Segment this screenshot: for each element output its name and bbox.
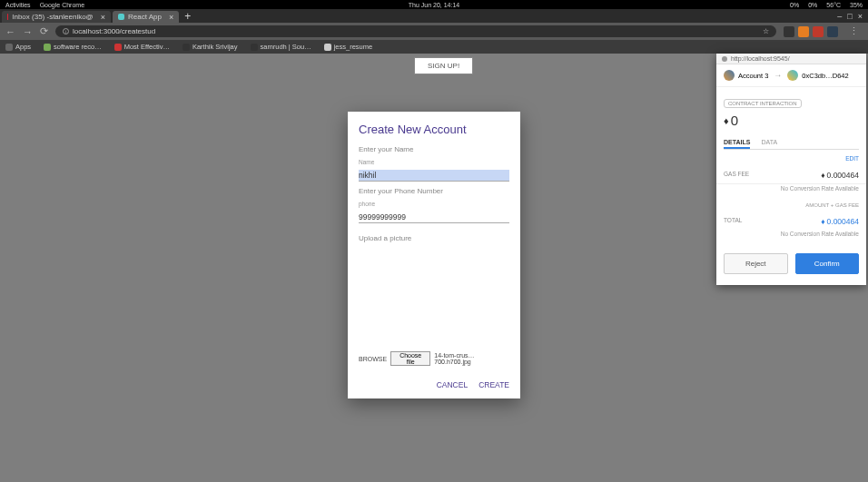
cancel-button[interactable]: CANCEL: [437, 380, 468, 389]
from-account-name[interactable]: Account 3: [738, 72, 768, 80]
gas-fee-row: GAS FEE ♦0.000464: [716, 162, 866, 184]
gas-fee-label: GAS FEE: [724, 171, 749, 177]
favicon: [7, 14, 8, 20]
close-window-icon[interactable]: ×: [858, 12, 863, 21]
tx-amount-value: 0: [731, 113, 738, 128]
network-label: http://localhost:9545/: [731, 55, 790, 62]
modal-title: Create New Account: [359, 123, 509, 136]
address-bar: ← → ⟳ i localhost:3000/createstud ☆ ⋮: [0, 23, 868, 40]
maximize-icon[interactable]: □: [847, 12, 852, 21]
back-icon[interactable]: ←: [5, 26, 15, 37]
browser-tab[interactable]: Inbox (35) -stanleeniko@ ×: [2, 11, 111, 23]
create-button[interactable]: CREATE: [478, 380, 509, 389]
bookmark[interactable]: software reco…: [44, 43, 102, 51]
bookmark-icon: [182, 44, 190, 51]
account-avatar-icon: [724, 70, 735, 81]
info-icon[interactable]: i: [63, 28, 69, 34]
close-icon[interactable]: ×: [101, 13, 105, 22]
file-row: BROWSE Choose file 14-tom-crus…700.h700.…: [359, 351, 509, 366]
tx-amount: ♦ 0: [724, 113, 859, 128]
status-indicator: 0%: [790, 2, 799, 8]
bookmark-label: jess_resume: [334, 43, 373, 51]
ubuntu-top-bar: Activities Google Chrome Thu Jun 20, 14:…: [0, 0, 868, 9]
total-label: TOTAL: [724, 217, 742, 223]
minimize-icon[interactable]: –: [837, 12, 842, 21]
bookmark-label: Apps: [15, 43, 31, 51]
bookmark-label: Karthik Srivijay: [192, 43, 238, 51]
bookmark-icon: [44, 44, 51, 51]
phone-input[interactable]: [359, 211, 509, 223]
metamask-extension-icon[interactable]: [798, 26, 809, 37]
bookmark-icon: [114, 44, 122, 51]
eth-icon: ♦: [724, 115, 729, 126]
status-indicator: 56°C: [826, 2, 841, 8]
status-indicator: 0%: [808, 2, 817, 8]
tab-data[interactable]: DATA: [761, 137, 777, 149]
status-indicator: 35%: [850, 2, 863, 8]
to-account-name[interactable]: 0xC3db…D642: [802, 72, 848, 80]
network-dot-icon: [722, 56, 727, 62]
url-text: localhost:3000/createstud: [73, 27, 155, 35]
choose-file-button[interactable]: Choose file: [390, 351, 430, 366]
menu-icon[interactable]: ⋮: [845, 25, 863, 37]
phone-hint: Enter your Phone Number: [359, 187, 509, 195]
extension-icon[interactable]: [784, 26, 794, 37]
url-input[interactable]: i localhost:3000/createstud ☆: [55, 25, 776, 37]
name-label: Name: [359, 159, 509, 165]
bookmark[interactable]: Apps: [5, 43, 31, 51]
extension-icons: [784, 26, 838, 37]
chosen-file-name: 14-tom-crus…700.h700.jpg: [434, 352, 509, 365]
star-icon[interactable]: ☆: [763, 27, 769, 35]
browse-label: BROWSE: [359, 356, 387, 362]
bookmark-icon: [324, 44, 331, 51]
metamask-popup: http://localhost:9545/ Account 3 → 0xC3d…: [716, 54, 866, 285]
active-app-label[interactable]: Google Chrome: [40, 2, 84, 8]
bookmark-icon: [251, 44, 258, 51]
tab-title: Inbox (35) -stanleeniko@: [12, 13, 94, 21]
bookmarks-bar: Apps software reco… Most Effectiv… Karth…: [0, 40, 868, 54]
page-content: SIGN UP! Create New Account Enter your N…: [0, 54, 868, 482]
phone-label: phone: [359, 201, 509, 207]
create-account-modal: Create New Account Enter your Name Name …: [348, 112, 520, 398]
signup-button[interactable]: SIGN UP!: [414, 57, 473, 74]
metamask-network-bar[interactable]: http://localhost:9545/: [716, 54, 866, 64]
reload-icon[interactable]: ⟳: [40, 25, 48, 37]
favicon: [118, 14, 124, 20]
eth-icon: ♦: [821, 217, 824, 226]
eth-icon: ♦: [821, 171, 824, 180]
bookmark[interactable]: Most Effectiv…: [114, 43, 170, 51]
clock[interactable]: Thu Jun 20, 14:14: [409, 2, 459, 8]
extension-icon[interactable]: [827, 26, 838, 37]
new-tab-button[interactable]: +: [179, 10, 196, 23]
account-avatar-icon: [787, 70, 798, 81]
bookmark-label: software reco…: [54, 43, 102, 51]
metamask-tabs: DETAILS DATA: [724, 137, 859, 150]
upload-hint: Upload a picture: [359, 234, 509, 242]
tab-title: React App: [128, 13, 162, 21]
extension-icon[interactable]: [813, 26, 824, 37]
metamask-accounts-row: Account 3 → 0xC3db…D642: [716, 64, 866, 87]
browser-tab[interactable]: React App ×: [113, 11, 179, 23]
bookmark-label: samrudh | Sou…: [261, 43, 311, 51]
bookmark[interactable]: jess_resume: [324, 43, 373, 51]
contract-badge: CONTRACT INTERACTION: [724, 99, 802, 108]
modal-actions: CANCEL CREATE: [359, 380, 509, 389]
name-hint: Enter your Name: [359, 145, 509, 153]
chrome-tab-strip: Inbox (35) -stanleeniko@ × React App × +…: [0, 9, 868, 23]
bookmark[interactable]: Karthik Srivijay: [182, 43, 238, 51]
name-input[interactable]: [359, 170, 509, 182]
tab-details[interactable]: DETAILS: [724, 137, 750, 149]
close-icon[interactable]: ×: [169, 13, 173, 22]
confirm-button[interactable]: Confirm: [795, 253, 860, 274]
gas-fee-value: ♦0.000464: [821, 171, 859, 180]
gas-conversion-note: No Conversion Rate Available: [716, 184, 866, 199]
total-value: ♦0.000464: [821, 217, 859, 226]
reject-button[interactable]: Reject: [724, 253, 788, 274]
total-conversion-note: No Conversion Rate Available: [716, 230, 866, 244]
forward-icon[interactable]: →: [23, 26, 33, 37]
edit-gas-link[interactable]: EDIT: [716, 152, 866, 162]
amount-plus-label: AMOUNT + GAS FEE: [716, 199, 866, 208]
bookmark[interactable]: samrudh | Sou…: [251, 43, 311, 51]
total-row: TOTAL ♦0.000464: [716, 208, 866, 230]
activities-label[interactable]: Activities: [5, 2, 31, 8]
